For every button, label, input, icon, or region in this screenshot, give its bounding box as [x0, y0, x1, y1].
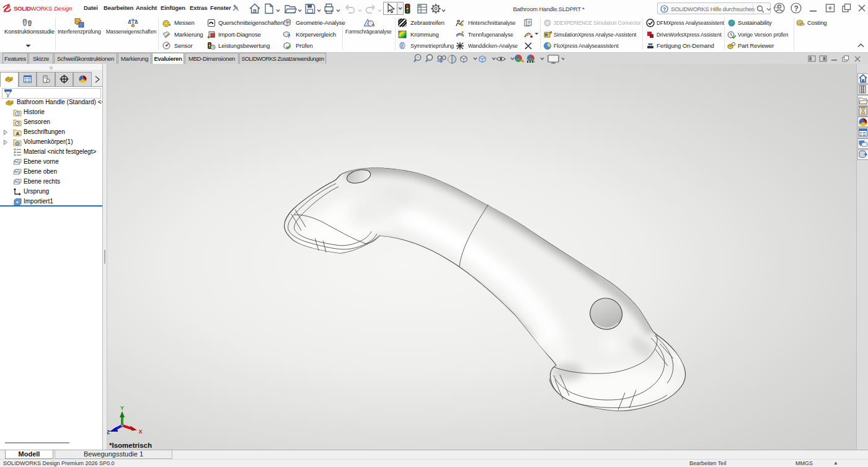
- svg-text:Design: Design: [54, 5, 73, 12]
- svg-text:Z: Z: [107, 429, 110, 435]
- svg-text:?: ?: [663, 6, 666, 12]
- svg-text:SOLIDWORKS: SOLIDWORKS: [14, 5, 52, 12]
- svg-text:X: X: [139, 429, 143, 435]
- svg-text:?: ?: [794, 4, 799, 13]
- svg-text:?: ?: [287, 33, 291, 39]
- svg-text:A: A: [16, 131, 20, 136]
- svg-text:?: ?: [528, 20, 531, 25]
- svg-text:*Isometrisch: *Isometrisch: [109, 442, 152, 449]
- svg-text:Y: Y: [120, 405, 124, 411]
